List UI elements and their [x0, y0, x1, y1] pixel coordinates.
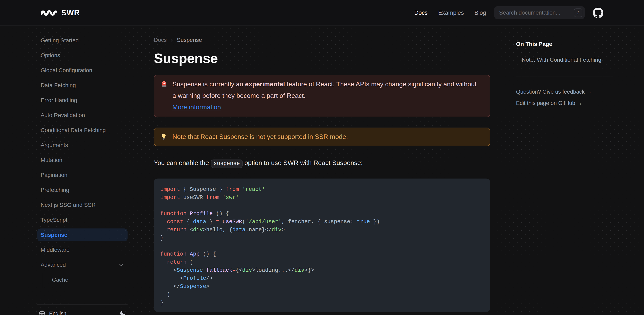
- lightbulb-icon: [161, 133, 168, 140]
- swr-logo[interactable]: SWR: [41, 8, 80, 17]
- sidebar-item-pagination[interactable]: Pagination: [38, 168, 128, 182]
- sidebar-item-options[interactable]: Options: [38, 49, 128, 62]
- search-placeholder: Search documentation...: [499, 10, 574, 16]
- siren-icon: [161, 80, 168, 87]
- sidebar-item-mutation[interactable]: Mutation: [38, 154, 128, 166]
- inline-code-suspense: suspense: [211, 160, 243, 168]
- more-information-link[interactable]: More information: [172, 102, 221, 113]
- code-line: function App () {: [160, 250, 484, 258]
- sidebar-item-suspense[interactable]: Suspense: [38, 228, 128, 242]
- code-line: import { Suspense } from 'react': [160, 186, 484, 194]
- chevron-right-icon: [169, 38, 174, 43]
- theme-toggle-button[interactable]: [120, 310, 126, 315]
- sidebar-nested-list: Cache: [42, 273, 128, 288]
- sidebar-item-label: Advanced: [41, 262, 66, 268]
- toc-divider: [516, 76, 613, 76]
- code-line: }: [160, 234, 484, 242]
- error-callout: Suspense is currently an experimental fe…: [154, 75, 490, 117]
- code-line: ): [160, 290, 484, 298]
- sidebar-item-conditional-data-fetching[interactable]: Conditional Data Fetching: [38, 124, 128, 137]
- intro-before: You can enable the: [154, 159, 211, 166]
- search-input[interactable]: Search documentation... /: [494, 6, 585, 19]
- breadcrumb-docs[interactable]: Docs: [154, 37, 167, 43]
- page-title: Suspense: [154, 50, 490, 66]
- code-line: </Suspense>: [160, 282, 484, 290]
- code-line: const { data } = useSWR('/api/user', fet…: [160, 218, 484, 226]
- sidebar-item-cache[interactable]: Cache: [47, 273, 128, 286]
- language-label: English: [49, 310, 66, 315]
- globe-icon: [39, 310, 45, 315]
- sidebar-item-prefetching[interactable]: Prefetching: [38, 184, 128, 196]
- search-shortcut-kbd: /: [574, 8, 582, 17]
- sidebar-item-auto-revalidation[interactable]: Auto Revalidation: [38, 109, 128, 122]
- language-switcher[interactable]: English: [39, 310, 66, 315]
- chevron-down-icon: [118, 262, 124, 268]
- toc-links: Question? Give us feedback →Edit this pa…: [516, 89, 613, 106]
- toc-item-note-with-conditional-fetching[interactable]: Note: With Conditional Fetching: [516, 57, 613, 63]
- breadcrumb-current: Suspense: [177, 37, 202, 43]
- code-line: import useSWR from 'swr': [160, 194, 484, 202]
- toc-items: Note: With Conditional Fetching: [516, 57, 613, 63]
- nav-links: Docs Examples Blog: [414, 10, 486, 16]
- warning-callout-text: Note that React Suspense is not yet supp…: [172, 131, 348, 142]
- toc-link-edit-this-page-on-github[interactable]: Edit this page on GitHub →: [516, 100, 613, 106]
- toc-link-question-give-us-feedback[interactable]: Question? Give us feedback →: [516, 89, 613, 94]
- sidebar-item-middleware[interactable]: Middleware: [38, 244, 128, 256]
- code-line: <Suspense fallback={<div>loading...</div…: [160, 266, 484, 274]
- sidebar-list: Getting StartedOptionsGlobal Configurati…: [38, 34, 128, 258]
- code-line: <Profile/>: [160, 274, 484, 282]
- breadcrumb: Docs Suspense: [154, 37, 490, 43]
- code-line: [160, 242, 484, 250]
- toc-heading: On This Page: [516, 41, 613, 47]
- github-icon: [593, 8, 603, 18]
- sidebar-item-data-fetching[interactable]: Data Fetching: [38, 79, 128, 92]
- intro-after: option to use SWR with React Suspense:: [242, 159, 363, 166]
- sidebar-item-error-handling[interactable]: Error Handling: [38, 94, 128, 107]
- toc-sidebar: On This Page Note: With Conditional Fetc…: [516, 26, 613, 106]
- sidebar-footer: English: [38, 304, 128, 315]
- github-button[interactable]: [593, 8, 603, 18]
- intro-paragraph: You can enable the suspense option to us…: [154, 157, 490, 169]
- navbar: SWR Docs Examples Blog Search documentat…: [0, 0, 644, 26]
- nav-link-docs[interactable]: Docs: [414, 10, 428, 16]
- warning-callout: Note that React Suspense is not yet supp…: [154, 128, 490, 146]
- sidebar-item-getting-started[interactable]: Getting Started: [38, 34, 128, 47]
- error-text-bold: experimental: [245, 80, 285, 88]
- nav-link-blog[interactable]: Blog: [474, 10, 486, 16]
- code-line: }: [160, 298, 484, 307]
- moon-icon: [120, 310, 126, 315]
- sidebar: Getting StartedOptionsGlobal Configurati…: [31, 26, 134, 315]
- code-line: function Profile () {: [160, 210, 484, 218]
- sidebar-item-next-js-ssg-and-ssr[interactable]: Next.js SSG and SSR: [38, 198, 128, 212]
- code-line: return (: [160, 258, 484, 266]
- code-line: [160, 202, 484, 210]
- code-block[interactable]: import { Suspense } from 'react'import u…: [154, 178, 490, 312]
- error-callout-text: Suspense is currently an experimental fe…: [172, 78, 481, 113]
- code-block-code: import { Suspense } from 'react'import u…: [160, 186, 484, 307]
- swr-squiggle-icon: [41, 9, 57, 17]
- sidebar-item-typescript[interactable]: TypeScript: [38, 214, 128, 226]
- sidebar-item-global-configuration[interactable]: Global Configuration: [38, 64, 128, 77]
- logo-text: SWR: [61, 8, 80, 17]
- code-line: return <div>hello, {data.name}</div>: [160, 226, 484, 234]
- nav-link-examples[interactable]: Examples: [438, 10, 464, 16]
- main-content: Docs Suspense Suspense Suspense is curre…: [134, 26, 490, 312]
- sidebar-item-advanced[interactable]: Advanced: [38, 258, 128, 271]
- error-text-before: Suspense is currently an: [172, 80, 245, 88]
- sidebar-item-arguments[interactable]: Arguments: [38, 139, 128, 152]
